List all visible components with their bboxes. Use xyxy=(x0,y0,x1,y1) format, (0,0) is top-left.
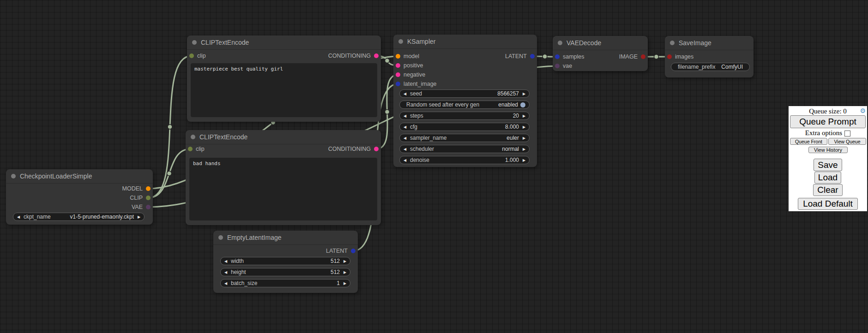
decrement-arrow-icon[interactable]: ◀ xyxy=(221,270,231,274)
node-checkpoint-loader-simple[interactable]: CheckpointLoaderSimple MODEL CLIP VAE ◀ … xyxy=(6,169,153,225)
decrement-arrow-icon[interactable]: ◀ xyxy=(400,147,410,151)
decrement-arrow-icon[interactable]: ◀ xyxy=(400,125,410,129)
batch-size-widget[interactable]: ◀ batch_size 1 ▶ xyxy=(220,279,350,287)
filename-prefix-widget[interactable]: filename_prefix ComfyUI xyxy=(671,63,750,71)
conditioning-output-port[interactable] xyxy=(374,54,379,58)
increment-arrow-icon[interactable]: ▶ xyxy=(519,125,529,129)
node-vae-decode[interactable]: VAEDecode samples vae IMAGE xyxy=(553,36,648,71)
widget-label: steps xyxy=(410,113,513,119)
random-seed-toggle-widget[interactable]: Random seed after every gen enabled xyxy=(399,101,530,109)
positive-input-port[interactable] xyxy=(396,63,400,68)
widget-value: ComfyUI xyxy=(721,64,746,70)
toggle-circle-icon[interactable] xyxy=(520,102,525,107)
prompt-textarea[interactable]: bad hands xyxy=(189,158,377,220)
node-empty-latent-image[interactable]: EmptyLatentImage LATENT ◀ width 512 ▶ ◀ … xyxy=(213,231,358,293)
clip-input-port[interactable] xyxy=(188,147,193,151)
conditioning-output-port[interactable] xyxy=(374,147,379,151)
collapse-dot-icon[interactable] xyxy=(11,174,16,178)
image-output-port[interactable] xyxy=(641,54,645,59)
model-output-port[interactable] xyxy=(146,186,151,191)
increment-arrow-icon[interactable]: ▶ xyxy=(519,158,529,162)
node-title: KSampler xyxy=(407,38,435,45)
ckpt-name-widget[interactable]: ◀ ckpt_name v1-5-pruned-emaonly.ckpt ▶ xyxy=(13,213,145,221)
decrement-arrow-icon[interactable]: ◀ xyxy=(400,92,410,96)
conditioning-output-row: CONDITIONING xyxy=(328,144,379,154)
widget-value: normal xyxy=(502,146,519,152)
clear-button[interactable]: Clear xyxy=(813,184,843,196)
latent-output-row: LATENT xyxy=(326,246,356,256)
increment-arrow-icon[interactable]: ▶ xyxy=(519,147,529,151)
latent-output-port[interactable] xyxy=(530,54,535,59)
view-history-button[interactable]: View History xyxy=(808,147,848,153)
clip-output-port[interactable] xyxy=(146,196,151,200)
decrement-arrow-icon[interactable]: ◀ xyxy=(400,158,410,162)
clip-input-port[interactable] xyxy=(189,54,194,58)
latent-image-input-port[interactable] xyxy=(396,82,400,86)
decrement-arrow-icon[interactable]: ◀ xyxy=(221,259,231,263)
node-title-bar[interactable]: EmptyLatentImage xyxy=(213,231,358,245)
node-title-bar[interactable]: CLIPTextEncode xyxy=(186,130,381,144)
settings-gear-icon[interactable]: ⚙ xyxy=(860,107,866,114)
decrement-arrow-icon[interactable]: ◀ xyxy=(221,281,231,285)
collapse-dot-icon[interactable] xyxy=(670,41,675,45)
node-ksampler[interactable]: KSampler model positive negative latent_… xyxy=(393,35,537,167)
decrement-arrow-icon[interactable]: ◀ xyxy=(400,114,410,118)
increment-arrow-icon[interactable]: ▶ xyxy=(340,270,350,274)
collapse-dot-icon[interactable] xyxy=(191,135,195,139)
increment-arrow-icon[interactable]: ▶ xyxy=(340,281,350,285)
node-graph-canvas[interactable]: CheckpointLoaderSimple MODEL CLIP VAE ◀ … xyxy=(0,0,868,333)
model-input-port[interactable] xyxy=(396,54,400,59)
sampler-name-widget[interactable]: ◀ sampler_name euler ▶ xyxy=(399,134,530,142)
queue-prompt-button[interactable]: Queue Prompt xyxy=(790,115,866,128)
steps-widget[interactable]: ◀ steps 20 ▶ xyxy=(399,112,530,120)
node-title-bar[interactable]: SaveImage xyxy=(665,36,753,50)
node-title-bar[interactable]: CheckpointLoaderSimple xyxy=(6,169,153,184)
vae-output-port[interactable] xyxy=(146,205,151,209)
seed-widget[interactable]: ◀ seed 8566257 ▶ xyxy=(399,89,530,98)
prompt-textarea[interactable]: masterpiece best quality girl xyxy=(191,63,377,117)
queue-front-button[interactable]: Queue Front xyxy=(790,138,827,145)
node-title: CLIPTextEncode xyxy=(201,39,249,46)
cfg-widget[interactable]: ◀ cfg 8.000 ▶ xyxy=(399,123,530,131)
collapse-dot-icon[interactable] xyxy=(218,235,223,240)
latent-output-port[interactable] xyxy=(351,249,356,253)
widget-value: 8566257 xyxy=(497,90,519,97)
increment-arrow-icon[interactable]: ▶ xyxy=(340,259,350,263)
decrement-arrow-icon[interactable]: ◀ xyxy=(400,136,410,140)
denoise-widget[interactable]: ◀ denoise 1.000 ▶ xyxy=(399,156,530,164)
samples-input-port[interactable] xyxy=(555,54,560,59)
images-input-row: images xyxy=(667,52,693,61)
extra-options-checkbox[interactable] xyxy=(844,131,850,137)
port-label: CONDITIONING xyxy=(328,53,371,59)
width-widget[interactable]: ◀ width 512 ▶ xyxy=(220,257,350,265)
scheduler-widget[interactable]: ◀ scheduler normal ▶ xyxy=(399,145,530,153)
view-queue-button[interactable]: View Queue xyxy=(828,138,866,145)
collapse-dot-icon[interactable] xyxy=(558,41,562,45)
negative-input-port[interactable] xyxy=(396,72,400,77)
height-widget[interactable]: ◀ height 512 ▶ xyxy=(220,268,350,276)
port-label: CLIP xyxy=(130,195,143,201)
node-clip-text-encode-positive[interactable]: CLIPTextEncode clip CONDITIONING masterp… xyxy=(187,36,381,122)
widget-value: euler xyxy=(506,135,519,141)
node-title-bar[interactable]: VAEDecode xyxy=(553,36,648,50)
latent-image-input-row: latent_image xyxy=(396,79,437,89)
node-title-bar[interactable]: KSampler xyxy=(393,35,537,49)
node-save-image[interactable]: SaveImage images filename_prefix ComfyUI xyxy=(665,36,753,77)
decrement-arrow-icon[interactable]: ◀ xyxy=(13,215,24,219)
node-clip-text-encode-negative[interactable]: CLIPTextEncode clip CONDITIONING bad han… xyxy=(186,130,381,225)
increment-arrow-icon[interactable]: ▶ xyxy=(519,92,529,96)
port-label: LATENT xyxy=(505,53,527,59)
increment-arrow-icon[interactable]: ▶ xyxy=(519,114,529,118)
increment-arrow-icon[interactable]: ▶ xyxy=(519,136,529,140)
collapse-dot-icon[interactable] xyxy=(398,39,403,44)
images-input-port[interactable] xyxy=(667,54,672,59)
load-default-button[interactable]: Load Default xyxy=(798,198,858,210)
vae-input-port[interactable] xyxy=(555,64,560,68)
node-title-bar[interactable]: CLIPTextEncode xyxy=(187,36,381,50)
port-label: positive xyxy=(404,62,423,69)
save-button[interactable]: Save xyxy=(814,159,842,171)
load-button[interactable]: Load xyxy=(814,172,841,184)
increment-arrow-icon[interactable]: ▶ xyxy=(134,215,144,219)
collapse-dot-icon[interactable] xyxy=(192,40,197,45)
port-label: CONDITIONING xyxy=(328,146,371,152)
